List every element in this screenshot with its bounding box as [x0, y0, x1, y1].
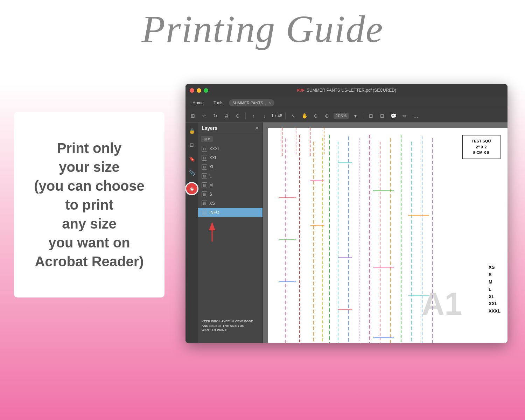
- size-xl: XL: [489, 293, 500, 301]
- layer-name-xs: XS: [209, 201, 259, 206]
- layer-visibility-l[interactable]: ⊟: [202, 173, 207, 179]
- sidebar-bookmarks-icon[interactable]: 🔖: [187, 154, 197, 164]
- traffic-lights: [190, 88, 208, 93]
- layer-visibility-info[interactable]: ⊟: [202, 210, 207, 215]
- instruction-card: Print onlyyour size(you can chooseto pri…: [14, 112, 164, 298]
- size-xxl: XXL: [489, 300, 500, 308]
- zoom-chevron-icon[interactable]: ▾: [351, 111, 360, 120]
- fit-page-icon[interactable]: ⊡: [366, 111, 376, 120]
- size-s: S: [489, 271, 500, 279]
- sidebar-lock-icon[interactable]: 🔒: [187, 126, 197, 136]
- layers-options: ⊞ ▾: [198, 134, 262, 144]
- test-square-line1: TEST SQU: [465, 138, 497, 144]
- sidebar-attachments-icon[interactable]: 📎: [187, 168, 197, 178]
- menu-toolbar: Home Tools SUMMER PANTS... ×: [186, 97, 507, 109]
- size-m: M: [489, 279, 500, 286]
- pdf-content: TEST SQU 2" X 2 5 CM X 5 A1 XS S M L XL …: [263, 122, 507, 343]
- maximize-button-tl[interactable]: [204, 88, 208, 93]
- layer-name-m: M: [209, 183, 259, 188]
- window-title: SUMMER PANTS US-LETTER.pdf (SECURED): [307, 88, 396, 93]
- current-page: 1: [271, 113, 274, 118]
- layer-visibility-xxl[interactable]: ⊟: [202, 155, 207, 161]
- layer-item-xs[interactable]: ⊟ XS: [198, 199, 262, 208]
- test-square-line2: 2" X 2: [465, 144, 497, 150]
- left-sidebar: 🔒 ⊟ 🔖 📎 ◈: [186, 122, 198, 343]
- scroll-mode-icon[interactable]: ⊟: [378, 111, 387, 120]
- pdf-icon: PDF: [297, 88, 304, 92]
- home-tab[interactable]: Home: [188, 99, 208, 107]
- info-note: KEEP INFO LAYER IN VIEW MODE AND SELECT …: [202, 319, 254, 332]
- page-separator: /: [275, 113, 276, 118]
- layer-item-m[interactable]: ⊟ M: [198, 181, 262, 190]
- layer-name-l: L: [209, 174, 259, 178]
- layers-close-button[interactable]: ✕: [255, 125, 259, 131]
- page-title: Printing Guide: [0, 7, 525, 51]
- window-title-text: PDF SUMMER PANTS US-LETTER.pdf (SECURED): [297, 88, 396, 93]
- instruction-text: Print onlyyour size(you can chooseto pri…: [34, 139, 145, 271]
- layers-panel: Layers ✕ ⊞ ▾ ⊟ XXXL ⊟ XXL ⊟ XL ⊟ L: [198, 122, 263, 343]
- layer-item-info[interactable]: ⊟ INFO: [198, 208, 262, 217]
- layer-item-xxl[interactable]: ⊟ XXL: [198, 153, 262, 162]
- main-area: 🔒 ⊟ 🔖 📎 ◈ Layers ✕ ⊞ ▾ ⊟ XXXL: [186, 122, 507, 343]
- layer-item-xl[interactable]: ⊟ XL: [198, 162, 262, 172]
- a1-watermark: A1: [422, 286, 462, 322]
- toolbar-separator-2: [285, 112, 286, 119]
- layer-visibility-xs[interactable]: ⊟: [202, 201, 207, 206]
- printing-guide-title: Printing Guide: [141, 8, 383, 50]
- layer-visibility-xl[interactable]: ⊟: [202, 164, 207, 170]
- pattern-svg: [268, 128, 507, 343]
- comment-icon[interactable]: 💬: [389, 111, 398, 120]
- zoom-minus-icon[interactable]: ⊖: [311, 111, 320, 120]
- arrow-annotation: [198, 217, 262, 248]
- edit-icon[interactable]: ✏: [400, 111, 409, 120]
- size-list: XS S M L XL XXL XXXL: [489, 264, 500, 315]
- hand-icon[interactable]: ✋: [300, 111, 309, 120]
- layers-header: Layers ✕: [198, 122, 262, 134]
- layer-item-xxxl[interactable]: ⊟ XXXL: [198, 144, 262, 153]
- zoom-out-icon[interactable]: ⊖: [233, 111, 242, 120]
- more-icon[interactable]: …: [411, 111, 420, 120]
- size-xxxl: XXXL: [489, 308, 500, 315]
- layers-menu-button[interactable]: ⊞ ▾: [201, 136, 213, 142]
- test-square: TEST SQU 2" X 2 5 CM X 5: [462, 135, 500, 159]
- cursor-icon[interactable]: ↖: [289, 111, 298, 120]
- layer-visibility-m[interactable]: ⊟: [202, 182, 207, 188]
- minimize-button-tl[interactable]: [197, 88, 201, 93]
- print-icon[interactable]: 🖨: [222, 111, 231, 120]
- layer-name-xxxl: XXXL: [209, 146, 259, 151]
- tools-tab[interactable]: Tools: [209, 99, 227, 107]
- layer-name-xxl: XXL: [209, 155, 259, 160]
- rotate-icon[interactable]: ↻: [211, 111, 220, 120]
- layers-title: Layers: [202, 125, 217, 131]
- document-tab-label: SUMMER PANTS...: [232, 101, 266, 105]
- save-icon[interactable]: ⊞: [188, 111, 197, 120]
- prev-page-icon[interactable]: ↓: [260, 111, 269, 120]
- title-bar: PDF SUMMER PANTS US-LETTER.pdf (SECURED): [186, 84, 507, 97]
- acrobat-window: PDF SUMMER PANTS US-LETTER.pdf (SECURED)…: [186, 84, 507, 343]
- page-navigation: 1 / 48: [271, 113, 282, 118]
- layers-circle-icon[interactable]: ◈: [186, 182, 198, 195]
- size-xs: XS: [489, 264, 500, 271]
- layer-visibility-s[interactable]: ⊟: [202, 191, 207, 197]
- document-tab-close[interactable]: ×: [268, 100, 271, 105]
- size-l: L: [489, 286, 500, 293]
- layer-name-xl: XL: [209, 164, 259, 169]
- layers-icon: ◈: [190, 186, 194, 192]
- bookmark-icon[interactable]: ☆: [200, 111, 209, 120]
- layer-visibility-xxxl[interactable]: ⊟: [202, 146, 207, 152]
- layer-name-info: INFO: [209, 210, 259, 215]
- total-pages: 48: [278, 113, 282, 118]
- pdf-page: TEST SQU 2" X 2 5 CM X 5 A1 XS S M L XL …: [268, 128, 507, 343]
- zoom-plus-icon[interactable]: ⊕: [322, 111, 331, 120]
- document-tab[interactable]: SUMMER PANTS... ×: [229, 99, 274, 106]
- sidebar-pages-icon[interactable]: ⊟: [187, 140, 197, 150]
- test-square-line3: 5 CM X 5: [465, 150, 497, 156]
- toolbar-separator: [245, 112, 246, 119]
- icon-toolbar: ⊞ ☆ ↻ 🖨 ⊖ ↑ ↓ 1 / 48 ↖ ✋ ⊖ ⊕ 103% ▾ ⊡ ⊟ …: [186, 109, 507, 122]
- share-icon[interactable]: ↑: [249, 111, 258, 120]
- toolbar-separator-3: [363, 112, 363, 119]
- layer-item-s[interactable]: ⊟ S: [198, 190, 262, 199]
- close-button-tl[interactable]: [190, 88, 194, 93]
- layer-item-l[interactable]: ⊟ L: [198, 172, 262, 181]
- zoom-value[interactable]: 103%: [334, 113, 349, 119]
